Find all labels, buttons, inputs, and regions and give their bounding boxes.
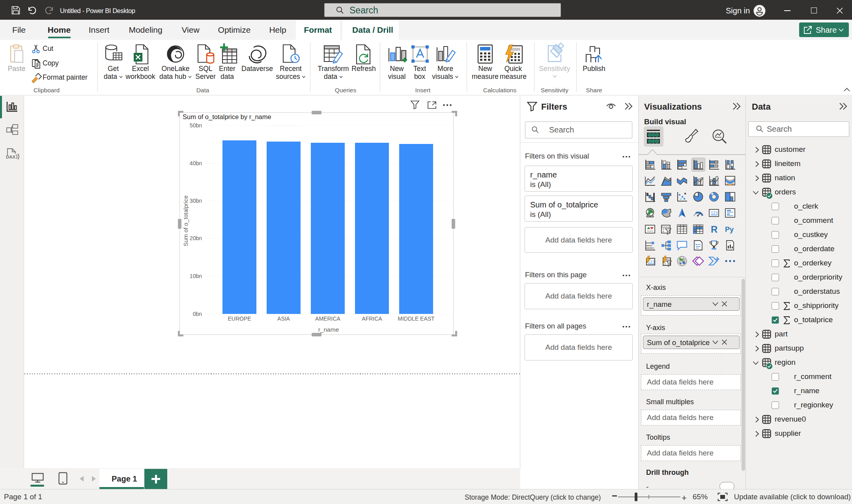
- svg-text:123: 123: [711, 211, 718, 215]
- svg-text:R: R: [711, 224, 717, 235]
- svg-text:Py: Py: [725, 226, 734, 233]
- svg-text:DAX: DAX: [6, 155, 16, 159]
